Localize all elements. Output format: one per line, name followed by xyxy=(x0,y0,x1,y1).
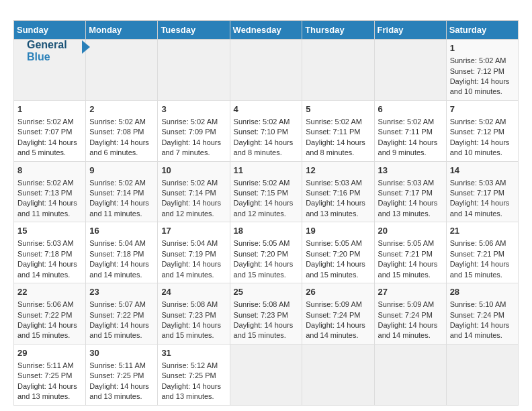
day-number: 29 xyxy=(17,347,82,359)
day-number: 24 xyxy=(161,286,226,298)
day-number: 17 xyxy=(161,225,226,237)
header-day-friday: Friday xyxy=(374,21,446,40)
calendar-cell: 14 Sunrise: 5:03 AM Sunset: 7:17 PM Dayl… xyxy=(446,161,518,222)
day-number: 14 xyxy=(450,165,515,177)
calendar-cell: 5 Sunrise: 5:02 AM Sunset: 7:11 PM Dayli… xyxy=(302,100,374,161)
sunrise-text: Sunrise: 5:04 AM xyxy=(161,239,218,247)
daylight-text: Daylight: 14 hours and 11 minutes. xyxy=(17,199,77,217)
header-day-saturday: Saturday xyxy=(446,21,518,40)
day-number: 2 xyxy=(89,103,154,116)
header-day-thursday: Thursday xyxy=(302,21,374,40)
calendar-cell: 2 Sunrise: 5:02 AM Sunset: 7:08 PM Dayli… xyxy=(86,100,158,161)
header-day-tuesday: Tuesday xyxy=(158,21,230,40)
calendar-cell: 11 Sunrise: 5:02 AM Sunset: 7:15 PM Dayl… xyxy=(230,161,302,222)
sunset-text: Sunset: 7:24 PM xyxy=(450,311,504,319)
sunrise-text: Sunrise: 5:06 AM xyxy=(17,300,74,308)
sunrise-text: Sunrise: 5:10 AM xyxy=(450,300,506,308)
day-number: 19 xyxy=(306,225,370,237)
calendar-cell: 17 Sunrise: 5:04 AM Sunset: 7:19 PM Dayl… xyxy=(158,222,230,283)
sunrise-text: Sunrise: 5:11 AM xyxy=(89,361,146,369)
daylight-text: Daylight: 14 hours and 15 minutes. xyxy=(89,321,149,339)
daylight-text: Daylight: 14 hours and 15 minutes. xyxy=(17,321,77,339)
daylight-text: Daylight: 14 hours and 8 minutes. xyxy=(306,138,365,156)
sunrise-text: Sunrise: 5:06 AM xyxy=(450,239,506,247)
sunset-text: Sunset: 7:21 PM xyxy=(450,250,504,258)
daylight-text: Daylight: 14 hours and 11 minutes. xyxy=(89,199,149,217)
sunrise-text: Sunrise: 5:11 AM xyxy=(17,361,74,369)
sunrise-text: Sunrise: 5:02 AM xyxy=(17,118,74,126)
calendar-cell: 25 Sunrise: 5:08 AM Sunset: 7:23 PM Dayl… xyxy=(230,283,302,345)
calendar-cell: 18 Sunrise: 5:05 AM Sunset: 7:20 PM Dayl… xyxy=(230,222,302,283)
calendar-cell: 23 Sunrise: 5:07 AM Sunset: 7:22 PM Dayl… xyxy=(86,283,158,345)
sunrise-text: Sunrise: 5:02 AM xyxy=(161,118,218,126)
sunset-text: Sunset: 7:23 PM xyxy=(161,311,216,319)
day-number: 23 xyxy=(89,286,154,298)
sunset-text: Sunset: 7:17 PM xyxy=(450,189,504,197)
sunrise-text: Sunrise: 5:02 AM xyxy=(89,118,146,126)
calendar-week-row: 22 Sunrise: 5:06 AM Sunset: 7:22 PM Dayl… xyxy=(14,283,519,345)
sunset-text: Sunset: 7:18 PM xyxy=(17,250,72,258)
sunset-text: Sunset: 7:20 PM xyxy=(234,250,288,258)
sunrise-text: Sunrise: 5:02 AM xyxy=(89,179,146,187)
sunset-text: Sunset: 7:13 PM xyxy=(17,189,72,197)
daylight-text: Daylight: 14 hours and 14 minutes. xyxy=(450,199,510,217)
calendar-cell: 21 Sunrise: 5:06 AM Sunset: 7:21 PM Dayl… xyxy=(446,222,518,283)
svg-text:General: General xyxy=(27,39,67,50)
calendar-cell: 27 Sunrise: 5:09 AM Sunset: 7:24 PM Dayl… xyxy=(374,283,446,345)
daylight-text: Daylight: 14 hours and 6 minutes. xyxy=(89,138,149,156)
sunrise-text: Sunrise: 5:02 AM xyxy=(234,118,290,126)
day-number: 13 xyxy=(378,165,443,177)
calendar-cell: 28 Sunrise: 5:10 AM Sunset: 7:24 PM Dayl… xyxy=(446,283,518,345)
sunrise-text: Sunrise: 5:12 AM xyxy=(161,361,218,369)
day-number: 9 xyxy=(89,165,154,177)
calendar-cell: 7 Sunrise: 5:02 AM Sunset: 7:12 PM Dayli… xyxy=(446,100,518,161)
sunrise-text: Sunrise: 5:02 AM xyxy=(161,179,218,187)
calendar-cell xyxy=(374,344,446,405)
daylight-text: Daylight: 14 hours and 13 minutes. xyxy=(161,382,221,400)
svg-marker-1 xyxy=(82,40,90,54)
day-number: 21 xyxy=(450,225,515,237)
daylight-text: Daylight: 14 hours and 15 minutes. xyxy=(161,321,221,339)
sunrise-text: Sunrise: 5:08 AM xyxy=(161,300,218,308)
daylight-text: Daylight: 14 hours and 8 minutes. xyxy=(234,138,294,156)
calendar-cell: 30 Sunrise: 5:11 AM Sunset: 7:25 PM Dayl… xyxy=(86,344,158,405)
daylight-text: Daylight: 14 hours and 14 minutes. xyxy=(306,321,365,339)
sunset-text: Sunset: 7:09 PM xyxy=(161,128,216,136)
daylight-text: Daylight: 14 hours and 15 minutes. xyxy=(450,260,510,278)
logo: General Blue xyxy=(27,34,101,66)
sunrise-text: Sunrise: 5:03 AM xyxy=(450,179,506,187)
daylight-text: Daylight: 14 hours and 15 minutes. xyxy=(378,260,438,278)
day-number: 7 xyxy=(450,103,515,116)
sunset-text: Sunset: 7:22 PM xyxy=(17,311,72,319)
sunset-text: Sunset: 7:11 PM xyxy=(306,128,360,136)
day-number: 11 xyxy=(234,165,299,177)
daylight-text: Daylight: 14 hours and 12 minutes. xyxy=(161,199,221,217)
sunset-text: Sunset: 7:12 PM xyxy=(450,128,504,136)
calendar-cell: 22 Sunrise: 5:06 AM Sunset: 7:22 PM Dayl… xyxy=(14,283,86,345)
sunset-text: Sunset: 7:16 PM xyxy=(306,189,360,197)
day-number: 1 xyxy=(450,42,515,54)
sunset-text: Sunset: 7:21 PM xyxy=(378,250,433,258)
daylight-text: Daylight: 14 hours and 15 minutes. xyxy=(234,260,294,278)
sunset-text: Sunset: 7:10 PM xyxy=(234,128,288,136)
day-number: 22 xyxy=(17,286,82,298)
calendar-cell: 19 Sunrise: 5:05 AM Sunset: 7:20 PM Dayl… xyxy=(302,222,374,283)
sunset-text: Sunset: 7:15 PM xyxy=(234,189,288,197)
sunset-text: Sunset: 7:14 PM xyxy=(161,189,216,197)
daylight-text: Daylight: 14 hours and 10 minutes. xyxy=(450,77,510,95)
calendar-cell xyxy=(230,40,302,101)
day-number: 4 xyxy=(234,103,299,116)
sunset-text: Sunset: 7:24 PM xyxy=(306,311,360,319)
sunset-text: Sunset: 7:25 PM xyxy=(161,371,216,379)
calendar-cell: 8 Sunrise: 5:02 AM Sunset: 7:13 PM Dayli… xyxy=(14,161,86,222)
daylight-text: Daylight: 14 hours and 14 minutes. xyxy=(17,260,77,278)
svg-text:Blue: Blue xyxy=(27,51,50,62)
daylight-text: Daylight: 14 hours and 13 minutes. xyxy=(89,382,149,400)
daylight-text: Daylight: 14 hours and 12 minutes. xyxy=(234,199,294,217)
sunrise-text: Sunrise: 5:05 AM xyxy=(234,239,290,247)
sunset-text: Sunset: 7:20 PM xyxy=(306,250,360,258)
sunrise-text: Sunrise: 5:03 AM xyxy=(17,239,74,247)
calendar-week-row: 29 Sunrise: 5:11 AM Sunset: 7:25 PM Dayl… xyxy=(14,344,519,405)
sunrise-text: Sunrise: 5:02 AM xyxy=(306,118,362,126)
calendar-cell xyxy=(158,40,230,101)
